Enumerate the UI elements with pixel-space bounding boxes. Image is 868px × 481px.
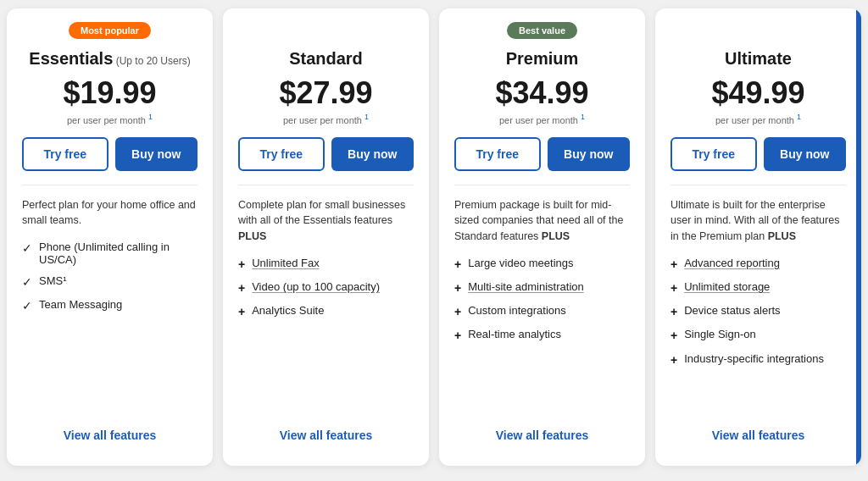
feature-text-ultimate-1: Unlimited storage xyxy=(684,280,770,293)
plan-card-ultimate: Ultimate$49.99per user per month 1Try fr… xyxy=(655,8,861,466)
divider-premium xyxy=(454,185,630,185)
plan-card-essentials: Most popularEssentials (Up to 20 Users)$… xyxy=(7,8,213,466)
plan-desc-premium: Premium package is built for mid-sized c… xyxy=(454,197,630,245)
feature-item-premium-0: +Large video meetings xyxy=(454,257,630,272)
buy-now-button-premium[interactable]: Buy now xyxy=(548,137,631,171)
btn-row-ultimate: Try freeBuy now xyxy=(670,137,846,171)
plan-name-ultimate: Ultimate xyxy=(670,49,846,69)
feature-item-ultimate-1: +Unlimited storage xyxy=(670,280,846,296)
plan-desc-standard: Complete plan for small businesses with … xyxy=(238,197,414,245)
feature-text-premium-3: Real-time analytics xyxy=(468,328,561,340)
pricing-container: Most popularEssentials (Up to 20 Users)$… xyxy=(7,8,861,466)
feature-list-essentials: ✓Phone (Unlimited calling in US/CA)✓SMS¹… xyxy=(22,240,198,408)
buy-now-button-standard[interactable]: Buy now xyxy=(331,137,415,171)
feature-list-premium: +Large video meetings+Multi-site adminis… xyxy=(454,257,630,408)
plus-icon: + xyxy=(670,257,677,272)
plus-icon: + xyxy=(238,257,245,272)
try-free-button-essentials[interactable]: Try free xyxy=(22,137,108,171)
plan-name-essentials: Essentials (Up to 20 Users) xyxy=(22,49,198,69)
feature-text-essentials-1: SMS¹ xyxy=(39,274,67,287)
plan-billing-standard: per user per month 1 xyxy=(238,113,414,125)
plan-price-premium: $34.99 xyxy=(454,75,630,111)
feature-text-premium-0: Large video meetings xyxy=(468,257,573,269)
plus-icon: + xyxy=(670,328,677,343)
plan-price-essentials: $19.99 xyxy=(22,75,198,111)
plus-icon: + xyxy=(670,352,677,368)
feature-text-ultimate-0: Advanced reporting xyxy=(684,257,780,269)
view-all-essentials[interactable]: View all features xyxy=(22,422,198,449)
feature-item-premium-2: +Custom integrations xyxy=(454,304,630,319)
plan-billing-ultimate: per user per month 1 xyxy=(670,113,846,125)
plus-icon: + xyxy=(238,304,245,319)
feature-text-standard-2: Analytics Suite xyxy=(252,304,324,317)
divider-ultimate xyxy=(670,185,846,185)
plan-desc-ultimate: Ultimate is built for the enterprise use… xyxy=(670,197,846,245)
feature-text-ultimate-3: Single Sign-on xyxy=(684,328,756,340)
feature-text-standard-0: Unlimited Fax xyxy=(252,257,319,269)
feature-text-essentials-0: Phone (Unlimited calling in US/CA) xyxy=(39,240,198,266)
try-free-button-premium[interactable]: Try free xyxy=(454,137,541,171)
plus-icon: + xyxy=(454,280,461,296)
feature-text-premium-2: Custom integrations xyxy=(468,304,566,317)
plan-billing-premium: per user per month 1 xyxy=(454,113,630,125)
plus-icon: + xyxy=(670,280,677,296)
divider-essentials xyxy=(22,185,198,185)
check-icon: ✓ xyxy=(22,298,32,313)
feature-item-standard-0: +Unlimited Fax xyxy=(238,257,414,272)
plus-icon: + xyxy=(454,257,461,272)
badge-wrap-ultimate xyxy=(670,22,846,46)
scrollbar[interactable] xyxy=(856,8,861,466)
feature-item-premium-1: +Multi-site administration xyxy=(454,280,630,296)
plan-card-premium: Best valuePremium$34.99per user per mont… xyxy=(439,8,645,466)
feature-item-standard-2: +Analytics Suite xyxy=(238,304,414,319)
plan-billing-essentials: per user per month 1 xyxy=(22,113,198,125)
plus-icon: + xyxy=(238,280,245,296)
btn-row-essentials: Try freeBuy now xyxy=(22,137,198,171)
plus-icon: + xyxy=(670,304,677,319)
feature-item-premium-3: +Real-time analytics xyxy=(454,328,630,343)
check-icon: ✓ xyxy=(22,240,32,256)
try-free-button-standard[interactable]: Try free xyxy=(238,137,325,171)
feature-item-essentials-0: ✓Phone (Unlimited calling in US/CA) xyxy=(22,240,198,266)
plan-name-premium: Premium xyxy=(454,49,630,69)
feature-item-ultimate-3: +Single Sign-on xyxy=(670,328,846,343)
plus-icon: + xyxy=(454,304,461,319)
buy-now-button-essentials[interactable]: Buy now xyxy=(115,137,198,171)
feature-text-premium-1: Multi-site administration xyxy=(468,280,584,293)
check-icon: ✓ xyxy=(22,274,32,290)
feature-item-ultimate-0: +Advanced reporting xyxy=(670,257,846,272)
feature-list-ultimate: +Advanced reporting+Unlimited storage+De… xyxy=(670,257,846,408)
view-all-ultimate[interactable]: View all features xyxy=(670,422,846,449)
badge-essentials: Most popular xyxy=(69,22,151,39)
badge-wrap-standard xyxy=(238,22,414,46)
plan-price-standard: $27.99 xyxy=(238,75,414,111)
plan-desc-essentials: Perfect plan for your home office and sm… xyxy=(22,197,198,229)
feature-item-essentials-1: ✓SMS¹ xyxy=(22,274,198,290)
feature-text-ultimate-2: Device status alerts xyxy=(684,304,780,317)
divider-standard xyxy=(238,185,414,185)
plus-icon: + xyxy=(454,328,461,343)
plan-price-ultimate: $49.99 xyxy=(670,75,846,111)
feature-item-standard-1: +Video (up to 100 capacity) xyxy=(238,280,414,296)
badge-premium: Best value xyxy=(507,22,577,39)
view-all-standard[interactable]: View all features xyxy=(238,422,414,449)
try-free-button-ultimate[interactable]: Try free xyxy=(670,137,757,171)
btn-row-standard: Try freeBuy now xyxy=(238,137,414,171)
feature-item-essentials-2: ✓Team Messaging xyxy=(22,298,198,313)
plan-name-standard: Standard xyxy=(238,49,414,69)
badge-wrap-essentials: Most popular xyxy=(22,22,198,46)
feature-text-standard-1: Video (up to 100 capacity) xyxy=(252,280,380,293)
feature-list-standard: +Unlimited Fax+Video (up to 100 capacity… xyxy=(238,257,414,408)
btn-row-premium: Try freeBuy now xyxy=(454,137,630,171)
plan-card-standard: Standard$27.99per user per month 1Try fr… xyxy=(223,8,429,466)
feature-item-ultimate-2: +Device status alerts xyxy=(670,304,846,319)
badge-wrap-premium: Best value xyxy=(454,22,630,46)
view-all-premium[interactable]: View all features xyxy=(454,422,630,449)
feature-item-ultimate-4: +Industry-specific integrations xyxy=(670,352,846,368)
feature-text-ultimate-4: Industry-specific integrations xyxy=(684,352,824,365)
buy-now-button-ultimate[interactable]: Buy now xyxy=(764,137,847,171)
feature-text-essentials-2: Team Messaging xyxy=(39,298,122,311)
